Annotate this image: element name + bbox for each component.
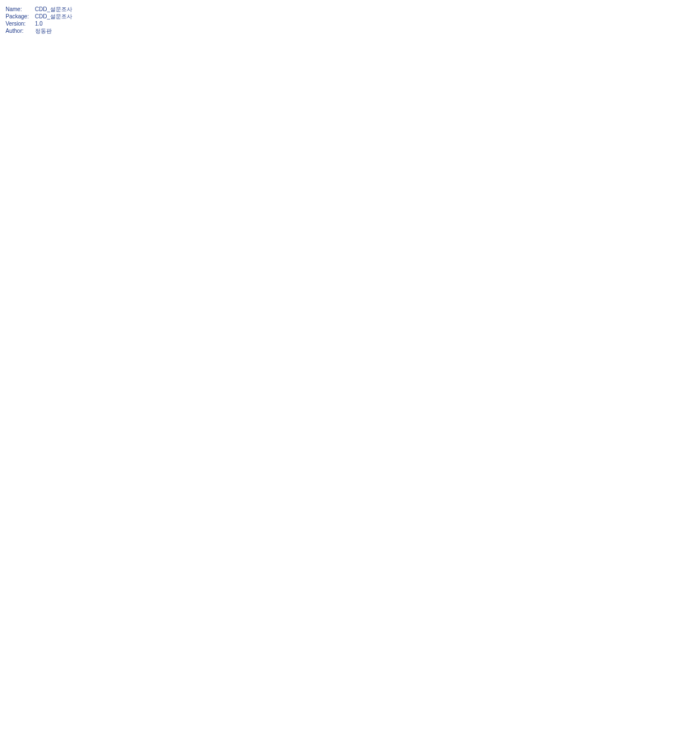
meta-version-label: Version: bbox=[6, 20, 33, 27]
diagram-meta: Name: CDD_설문조사 Package: CDD_설문조사 Version… bbox=[6, 6, 700, 34]
meta-author-label: Author: bbox=[6, 27, 33, 34]
meta-package-label: Package: bbox=[6, 13, 33, 20]
meta-author: 정동판 bbox=[35, 28, 52, 34]
meta-package: CDD_설문조사 bbox=[35, 13, 72, 19]
meta-version: 1.0 bbox=[35, 21, 43, 27]
meta-name: CDD_설문조사 bbox=[35, 6, 72, 12]
meta-name-label: Name: bbox=[6, 6, 33, 13]
